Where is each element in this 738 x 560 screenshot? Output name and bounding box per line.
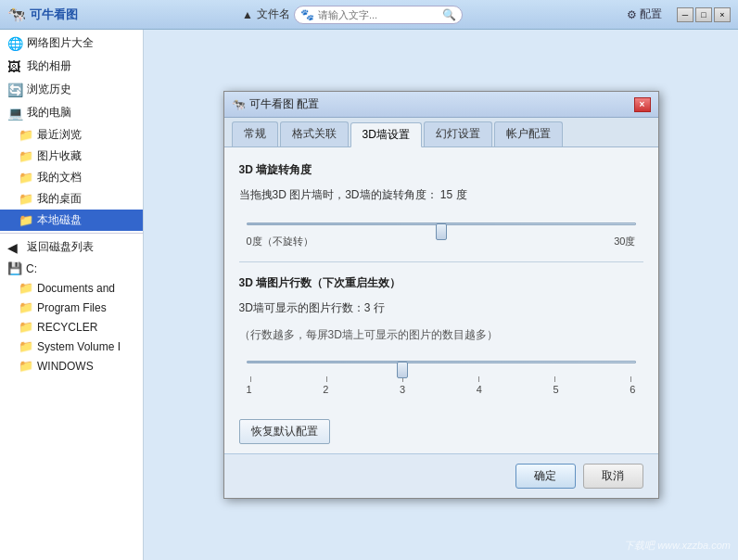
tab-帐户配置[interactable]: 帐户配置	[494, 121, 563, 146]
search-input[interactable]	[318, 9, 439, 20]
back-icon: ◀	[7, 240, 22, 255]
rotation-slider-thumb[interactable]	[436, 223, 447, 240]
row-label-2: 2	[323, 384, 328, 395]
title-bar: 🐄 可牛看图 ▲ 文件名 🐾 🔍 ⚙ 配置 ─ □ ×	[0, 0, 738, 30]
sidebar-item-本地磁盘[interactable]: 📁 本地磁盘	[0, 210, 143, 231]
sidebar-item-windows[interactable]: 📁 WINDOWS	[0, 356, 143, 375]
row-slider-thumb[interactable]	[397, 362, 408, 378]
sidebar-item-program-files[interactable]: 📁 Program Files	[0, 298, 143, 317]
gear-icon: ⚙	[627, 8, 637, 21]
minimize-button[interactable]: ─	[677, 7, 693, 22]
row-slider-track[interactable]	[247, 350, 636, 373]
config-label: 配置	[640, 6, 662, 22]
restore-defaults-button[interactable]: 恢复默认配置	[239, 419, 330, 444]
sidebar-label: 我的桌面	[37, 191, 82, 207]
sidebar-item-网络图片大全[interactable]: 🌐 网络图片大全	[0, 32, 143, 55]
config-button[interactable]: ⚙ 配置	[627, 6, 662, 22]
dialog-cow-icon: 🐄	[232, 98, 246, 111]
sidebar-section-main: 🌐 网络图片大全 🖼 我的相册 🔄 浏览历史 💻 我的电脑 📁 最	[0, 30, 143, 377]
paw-icon: 🐾	[300, 8, 314, 21]
section2-hint: （行数越多，每屏3D墙上可显示的图片的数目越多）	[239, 327, 643, 343]
dialog-title-text: 🐄 可牛看图 配置	[232, 96, 319, 112]
section1-desc: 当拖拽3D 图片墙时，3D墙的旋转角度： 15 度	[239, 187, 643, 203]
sidebar-item-system-volume[interactable]: 📁 System Volume I	[0, 337, 143, 356]
folder-icon: 📁	[19, 149, 33, 163]
dialog-footer: 确定 取消	[224, 453, 658, 498]
row-label-4: 4	[477, 384, 482, 395]
tick-2	[326, 376, 327, 382]
rotation-slider-line	[247, 223, 636, 225]
row-tick-marks	[247, 376, 636, 382]
filename-area: ▲ 文件名	[242, 6, 290, 22]
folder-icon: 📁	[19, 192, 33, 206]
filename-icon: ▲	[242, 8, 253, 21]
row-label-5: 5	[554, 384, 559, 395]
main-area: 🐄 可牛看图 配置 × 常规 格式关联 3D墙设置 幻灯设置 帐户配置	[144, 30, 738, 560]
sidebar-label: 浏览历史	[27, 82, 71, 97]
sidebar-item-返回磁盘列表[interactable]: ◀ 返回磁盘列表	[0, 235, 143, 259]
tab-幻灯设置[interactable]: 幻灯设置	[424, 121, 492, 146]
drive-icon: 💾	[7, 261, 22, 275]
tick-1	[250, 376, 251, 382]
sidebar-item-我的桌面[interactable]: 📁 我的桌面	[0, 188, 143, 210]
sidebar-item-我的电脑[interactable]: 💻 我的电脑	[0, 101, 143, 124]
sidebar-label: 图片收藏	[37, 148, 82, 164]
computer-icon: 💻	[7, 106, 22, 121]
folder-icon: 📁	[19, 281, 33, 295]
row-slider-line	[247, 361, 636, 363]
sidebar-item-图片收藏[interactable]: 📁 图片收藏	[0, 146, 143, 167]
maximize-button[interactable]: □	[695, 7, 712, 22]
dialog-title: 可牛看图 配置	[249, 96, 319, 112]
rotation-slider-container: 0度（不旋转） 30度	[239, 214, 643, 248]
sidebar-label: 最近浏览	[37, 127, 82, 143]
tab-3D墙设置[interactable]: 3D墙设置	[350, 122, 422, 147]
folder-icon: 📁	[19, 128, 33, 142]
app-window: 🐄 可牛看图 ▲ 文件名 🐾 🔍 ⚙ 配置 ─ □ ×	[0, 0, 738, 560]
sidebar-item-我的相册[interactable]: 🖼 我的相册	[0, 55, 143, 78]
search-submit-icon[interactable]: 🔍	[442, 8, 456, 21]
main-content: 🌐 网络图片大全 🖼 我的相册 🔄 浏览历史 💻 我的电脑 📁 最	[0, 30, 738, 560]
row-label-6: 6	[630, 384, 635, 395]
dialog-body: 3D 墙旋转角度 当拖拽3D 图片墙时，3D墙的旋转角度： 15 度 0度（不旋…	[224, 147, 658, 410]
rotation-min-label: 0度（不旋转）	[247, 235, 313, 248]
close-button[interactable]: ×	[714, 7, 731, 22]
disk-icon: 📁	[19, 213, 33, 227]
rotation-max-label: 30度	[614, 235, 635, 248]
sidebar-label: WINDOWS	[37, 360, 94, 373]
tab-格式关联[interactable]: 格式关联	[280, 121, 349, 146]
sidebar-label: System Volume I	[37, 340, 121, 353]
section1-title: 3D 墙旋转角度	[239, 162, 643, 178]
sidebar-label: 网络图片大全	[27, 35, 94, 51]
tick-4	[478, 376, 479, 382]
row-slider-container: 1 2 3 4 5 6	[239, 350, 643, 395]
folder-icon: 📁	[19, 320, 33, 334]
folder-icon: 📁	[19, 171, 33, 185]
sidebar-item-最近浏览[interactable]: 📁 最近浏览	[0, 124, 143, 146]
dialog-title-bar: 🐄 可牛看图 配置 ×	[224, 92, 658, 118]
restore-area: 恢复默认配置	[224, 410, 658, 453]
window-controls: ─ □ ×	[677, 7, 731, 22]
history-icon: 🔄	[7, 83, 22, 97]
dialog-close-button[interactable]: ×	[634, 97, 651, 112]
sidebar: 🌐 网络图片大全 🖼 我的相册 🔄 浏览历史 💻 我的电脑 📁 最	[0, 30, 144, 560]
row-label-3: 3	[400, 384, 405, 395]
sidebar-label: C:	[26, 262, 37, 275]
sidebar-item-C[interactable]: 💾 C:	[0, 259, 143, 278]
sidebar-label: 我的相册	[27, 58, 71, 74]
sidebar-label: Program Files	[37, 301, 107, 314]
title-right: ⚙ 配置 ─ □ ×	[627, 6, 731, 22]
folder-icon: 📁	[19, 339, 33, 353]
sidebar-item-浏览历史[interactable]: 🔄 浏览历史	[0, 78, 143, 101]
dialog-tabs: 常规 格式关联 3D墙设置 幻灯设置 帐户配置	[224, 118, 658, 147]
sidebar-item-recycler[interactable]: 📁 RECYCLER	[0, 317, 143, 337]
rotation-slider-track[interactable]	[247, 214, 636, 233]
tick-5	[554, 376, 555, 382]
sidebar-item-我的文档[interactable]: 📁 我的文档	[0, 167, 143, 188]
section-separator	[239, 261, 643, 262]
tab-常规[interactable]: 常规	[232, 121, 278, 146]
sidebar-divider	[0, 233, 143, 234]
sidebar-item-documents[interactable]: 📁 Documents and	[0, 278, 143, 298]
confirm-button[interactable]: 确定	[515, 464, 576, 489]
search-box[interactable]: 🐾 🔍	[294, 6, 463, 24]
cancel-button[interactable]: 取消	[583, 464, 643, 489]
